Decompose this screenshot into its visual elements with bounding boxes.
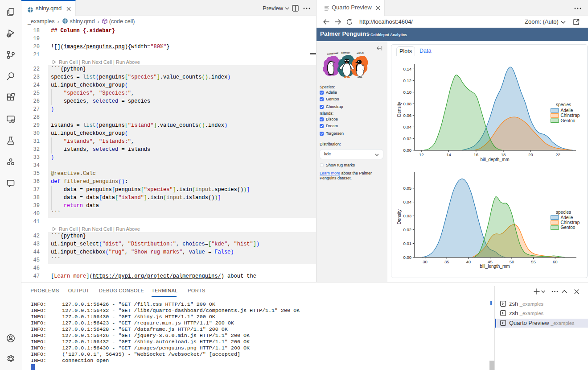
svg-text:Adelie: Adelie (561, 108, 573, 113)
svg-text:0.00: 0.00 (403, 148, 412, 153)
svg-text:40: 40 (466, 259, 471, 264)
svg-text:0.08: 0.08 (403, 101, 412, 106)
svg-text:0.02: 0.02 (403, 227, 412, 232)
svg-text:ADÉLIE: ADÉLIE (357, 52, 364, 54)
svg-text:0.14: 0.14 (403, 67, 412, 71)
svg-text:0.06: 0.06 (403, 113, 412, 118)
svg-text:0.01: 0.01 (403, 241, 412, 246)
svg-text:Density: Density (397, 102, 402, 116)
svg-text:GENTOO!: GENTOO! (341, 52, 350, 54)
svg-text:Adelie: Adelie (561, 215, 573, 220)
svg-text:0.04: 0.04 (403, 125, 412, 129)
svg-text:Chinstrap: Chinstrap (561, 113, 580, 118)
svg-text:12: 12 (419, 152, 424, 157)
svg-text:0.03: 0.03 (403, 213, 412, 218)
svg-text:20: 20 (528, 152, 533, 157)
svg-text:bill_depth_mm: bill_depth_mm (480, 157, 509, 162)
svg-text:14: 14 (446, 152, 451, 157)
svg-text:0.12: 0.12 (403, 78, 412, 83)
svg-text:55: 55 (531, 259, 536, 264)
svg-text:60: 60 (553, 259, 558, 264)
svg-text:18: 18 (501, 152, 506, 157)
svg-text:0.05: 0.05 (403, 186, 412, 191)
svg-text:Chinstrap: Chinstrap (561, 220, 580, 225)
svg-text:CHINSTRAP: CHINSTRAP (327, 52, 339, 55)
svg-text:16: 16 (474, 152, 479, 157)
svg-text:22: 22 (555, 152, 560, 157)
svg-text:Gentoo: Gentoo (561, 225, 576, 230)
svg-text:bill_length_mm: bill_length_mm (480, 264, 510, 269)
svg-text:0.10: 0.10 (403, 90, 412, 95)
svg-text:Gentoo: Gentoo (561, 118, 576, 123)
svg-text:Density: Density (397, 209, 402, 224)
svg-text:0.00: 0.00 (403, 255, 412, 260)
svg-text:50: 50 (510, 259, 514, 264)
svg-text:species: species (556, 102, 571, 107)
svg-text:35: 35 (444, 259, 449, 264)
svg-text:45: 45 (488, 259, 493, 264)
svg-text:species: species (556, 210, 571, 215)
svg-text:0.04: 0.04 (403, 200, 412, 204)
svg-text:30: 30 (423, 259, 428, 264)
svg-text:0.02: 0.02 (403, 136, 412, 141)
